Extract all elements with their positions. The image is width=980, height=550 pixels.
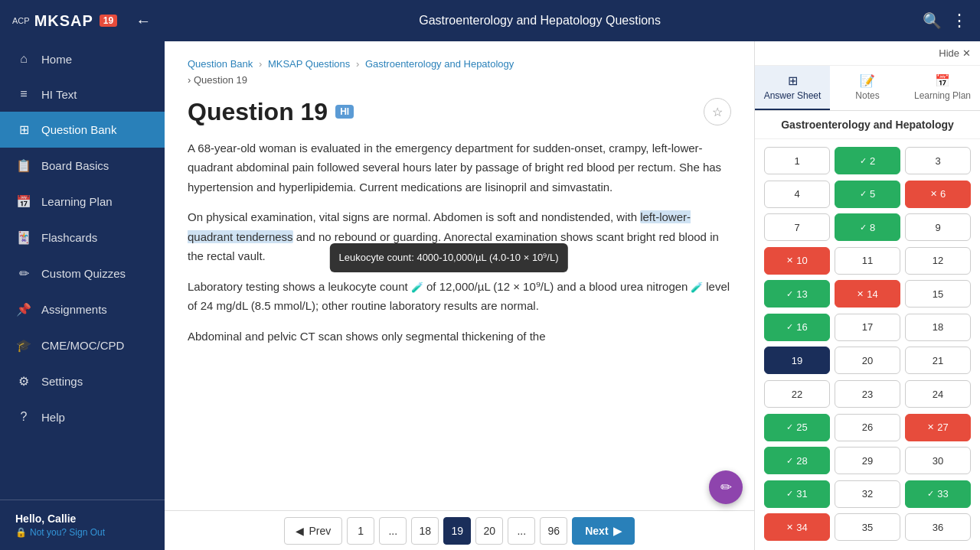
grid-btn-4[interactable]: 4	[764, 181, 830, 208]
sidebar-item-question-bank-label: Question Bank	[41, 123, 116, 136]
grid-btn-13[interactable]: ✓ 13	[764, 280, 830, 308]
grid-btn-7[interactable]: 7	[764, 213, 830, 241]
hide-label: Hide	[939, 47, 959, 59]
grid-btn-24[interactable]: 24	[905, 380, 971, 408]
board-basics-icon: 📋	[15, 158, 32, 173]
grid-btn-2[interactable]: ✓ 2	[835, 147, 900, 174]
pagination-bar: ◀ Prev 1 ... 18 19 20 ... 96 Next ▶	[165, 510, 754, 550]
learning-plan-icon: 📅	[15, 194, 32, 209]
cme-icon: 🎓	[15, 338, 32, 353]
main-content: Question Bank › MKSAP Questions › Gastro…	[165, 41, 754, 550]
sidebar-item-assignments-label: Assignments	[41, 303, 107, 316]
page-18[interactable]: 18	[411, 517, 439, 545]
page-title: Gastroenterology and Hepatology Question…	[169, 14, 910, 28]
sidebar-item-help[interactable]: ? Help	[0, 399, 165, 434]
grid-btn-21[interactable]: 21	[905, 347, 971, 374]
grid-btn-20[interactable]: 20	[835, 347, 900, 374]
grid-btn-1[interactable]: 1	[764, 147, 830, 174]
sidebar-item-text[interactable]: ≡ HI Text	[0, 76, 165, 112]
sidebar-item-learning-plan-label: Learning Plan	[41, 195, 113, 208]
grid-btn-15[interactable]: 15	[905, 280, 971, 308]
grid-btn-27[interactable]: ✕ 27	[905, 414, 971, 441]
grid-btn-22[interactable]: 22	[764, 380, 830, 408]
tab-learning-plan[interactable]: 📅 Learning Plan	[905, 66, 980, 110]
breadcrumb-question-bank[interactable]: Question Bank	[188, 58, 253, 70]
grid-btn-36[interactable]: 36	[905, 513, 971, 541]
grid-btn-9[interactable]: 9	[905, 213, 971, 241]
hide-button[interactable]: Hide ✕	[939, 47, 971, 59]
grid-btn-5[interactable]: ✓ 5	[835, 181, 900, 208]
more-button[interactable]: ⋮	[951, 11, 968, 31]
grid-btn-12[interactable]: 12	[905, 247, 971, 275]
logo-acp: ACP	[12, 16, 30, 25]
grid-btn-23[interactable]: 23	[835, 380, 900, 408]
question-paragraph-2: On physical examination, vital signs are…	[188, 207, 731, 266]
sidebar-item-cme[interactable]: 🎓 CME/MOC/CPD	[0, 327, 165, 363]
sidebar-item-learning-plan[interactable]: 📅 Learning Plan	[0, 184, 165, 220]
right-panel: Hide ✕ ⊞ Answer Sheet 📝 Notes 📅 Learning…	[754, 41, 980, 550]
search-button[interactable]: 🔍	[923, 11, 942, 31]
prev-label: Prev	[309, 525, 331, 537]
sidebar-item-custom-quizzes-label: Custom Quizzes	[41, 267, 126, 280]
notes-icon: 📝	[860, 73, 875, 88]
next-button[interactable]: Next ▶	[572, 517, 634, 545]
grid-btn-29[interactable]: 29	[835, 447, 900, 474]
question-paragraph-4: Abdominal and pelvic CT scan shows only …	[188, 327, 731, 347]
grid-btn-34[interactable]: ✕ 34	[764, 513, 830, 541]
grid-btn-32[interactable]: 32	[835, 480, 900, 508]
grid-btn-16[interactable]: ✓ 16	[764, 314, 830, 341]
sign-out-link[interactable]: 🔒 Not you? Sign Out	[15, 527, 149, 538]
grid-btn-33[interactable]: ✓ 33	[905, 480, 971, 508]
grid-btn-11[interactable]: 11	[835, 247, 900, 275]
sidebar-item-board-basics[interactable]: 📋 Board Basics	[0, 148, 165, 184]
bookmark-button[interactable]: ☆	[704, 98, 731, 125]
question-number: Question 19	[188, 98, 328, 126]
grid-btn-30[interactable]: 30	[905, 447, 971, 474]
breadcrumb-mksap-questions[interactable]: MKSAP Questions	[268, 58, 350, 70]
grid-btn-31[interactable]: ✓ 31	[764, 480, 830, 508]
grid-btn-26[interactable]: 26	[835, 414, 900, 441]
page-1[interactable]: 1	[347, 517, 374, 545]
grid-btn-10[interactable]: ✕ 10	[764, 247, 830, 275]
grid-btn-8[interactable]: ✓ 8	[835, 213, 900, 241]
sign-out-label: Not you? Sign Out	[30, 527, 105, 538]
grid-btn-18[interactable]: 18	[905, 314, 971, 341]
grid-btn-14[interactable]: ✕ 14	[835, 280, 900, 308]
grid-btn-28[interactable]: ✓ 28	[764, 447, 830, 474]
edit-fab-button[interactable]: ✏	[709, 470, 743, 504]
tab-learning-plan-label: Learning Plan	[914, 90, 971, 101]
grid-btn-17[interactable]: 17	[835, 314, 900, 341]
user-greeting: Hello, Callie	[15, 513, 149, 525]
leukocyte-tooltip[interactable]: leukocyte count 🧪 Leukocyte count: 4000-…	[328, 280, 426, 293]
sidebar-item-question-bank[interactable]: ⊞ Question Bank	[0, 112, 165, 148]
assignments-icon: 📌	[15, 302, 32, 317]
grid-btn-3[interactable]: 3	[905, 147, 971, 174]
grid-btn-6[interactable]: ✕ 6	[905, 181, 971, 208]
back-button[interactable]: ←	[129, 9, 157, 33]
breadcrumb-sep2: ›	[188, 74, 191, 86]
home-icon: ⌂	[15, 52, 32, 66]
grid-btn-35[interactable]: 35	[835, 513, 900, 541]
grid-btn-25[interactable]: ✓ 25	[764, 414, 830, 441]
tab-answer-sheet-label: Answer Sheet	[764, 90, 822, 101]
sidebar-item-assignments[interactable]: 📌 Assignments	[0, 291, 165, 327]
grid-btn-19[interactable]: 19	[764, 347, 830, 374]
bun-trigger[interactable]: blood urea nitrogen	[589, 280, 688, 293]
sidebar-item-flashcards-label: Flashcards	[41, 231, 97, 244]
tab-answer-sheet[interactable]: ⊞ Answer Sheet	[755, 66, 830, 110]
hi-badge[interactable]: HI	[335, 105, 354, 119]
page-96[interactable]: 96	[540, 517, 567, 545]
next-icon: ▶	[613, 525, 622, 537]
sidebar-item-custom-quizzes[interactable]: ✏ Custom Quizzes	[0, 255, 165, 291]
breadcrumb-gastro[interactable]: Gastroenterology and Hepatology	[365, 58, 514, 70]
sidebar-item-settings[interactable]: ⚙ Settings	[0, 363, 165, 399]
sidebar-item-flashcards[interactable]: 🃏 Flashcards	[0, 220, 165, 255]
top-navigation: ACP MKSAP 19 ← Gastroenterology and Hepa…	[0, 0, 980, 41]
logo-mksap: MKSAP	[34, 12, 93, 30]
prev-button[interactable]: ◀ Prev	[284, 517, 342, 545]
page-20[interactable]: 20	[475, 517, 503, 545]
page-19[interactable]: 19	[443, 517, 471, 545]
sidebar-item-home[interactable]: ⌂ Home	[0, 41, 165, 76]
tab-notes[interactable]: 📝 Notes	[830, 66, 905, 110]
content-area: Question Bank › MKSAP Questions › Gastro…	[165, 41, 754, 510]
